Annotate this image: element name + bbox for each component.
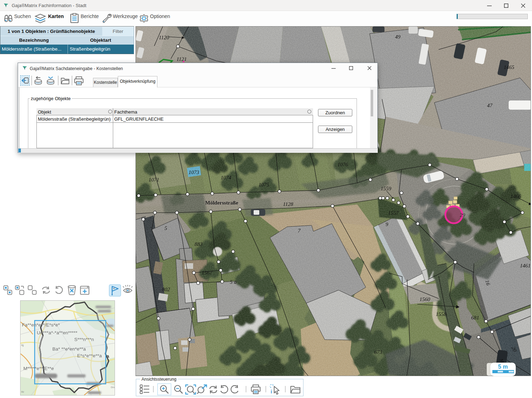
svg-text:29: 29 — [460, 212, 466, 218]
svg-text:1076: 1076 — [337, 162, 348, 167]
svg-text:47: 47 — [487, 103, 493, 108]
svg-text:883: 883 — [195, 241, 203, 247]
svg-text:litz: litz — [21, 391, 24, 393]
svg-text:1560: 1560 — [420, 296, 430, 302]
svg-text:M*****e**/E**e: M*****e**/E**e — [23, 366, 54, 371]
svg-text:i: i — [271, 388, 272, 394]
svg-text:itg: itg — [21, 344, 24, 347]
svg-text:1075: 1075 — [259, 182, 270, 188]
svg-text:Möldersstraße: Möldersstraße — [205, 200, 238, 206]
svg-text:Fa**en*e**/E*s*e*: Fa**en*e**/E*s*e* — [22, 322, 60, 328]
svg-text:681: 681 — [471, 315, 479, 321]
svg-text:49: 49 — [395, 34, 401, 40]
svg-text:1559: 1559 — [381, 186, 392, 191]
svg-text:5 a: 5 a — [230, 279, 237, 285]
svg-text:E*s*e**e**a: E*s*e**e**a — [77, 353, 102, 358]
svg-text:1071: 1071 — [149, 177, 159, 183]
svg-text:1557: 1557 — [388, 210, 399, 216]
svg-text:Grod: Grod — [111, 386, 115, 388]
svg-text:Ba* **e*en*e**a: Ba* **e*en*e**a — [52, 346, 86, 352]
svg-text:S***n***n: S***n***n — [74, 337, 94, 342]
svg-text:802: 802 — [162, 287, 170, 292]
svg-text:1461: 1461 — [520, 263, 531, 269]
svg-text:leip: leip — [103, 367, 106, 370]
svg-text:1074: 1074 — [221, 175, 232, 180]
svg-text:1567: 1567 — [202, 270, 213, 276]
svg-text:1128: 1128 — [283, 201, 293, 207]
svg-text:1121: 1121 — [177, 56, 187, 62]
svg-text:5: 5 — [164, 225, 167, 231]
svg-text:a: a — [106, 353, 109, 359]
svg-text:Ue***a*-*a**en*****: Ue***a*-*a**en***** — [37, 330, 78, 335]
svg-text:1558: 1558 — [436, 311, 447, 317]
svg-text:673: 673 — [374, 349, 382, 355]
svg-text:9: 9 — [386, 221, 388, 227]
svg-text:1120: 1120 — [159, 35, 169, 40]
svg-text:1073: 1073 — [189, 169, 199, 175]
svg-text:1466: 1466 — [510, 194, 521, 199]
svg-text:1465: 1465 — [504, 64, 515, 70]
